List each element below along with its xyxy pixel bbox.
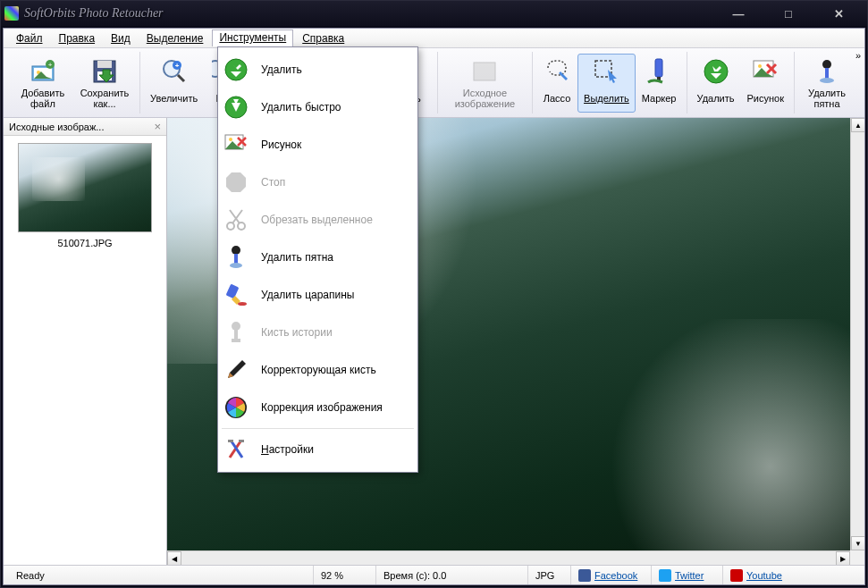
svg-rect-43	[228, 440, 233, 442]
scroll-track[interactable]	[851, 132, 864, 536]
thumbnail-image	[18, 143, 152, 232]
svg-point-37	[232, 322, 240, 331]
remove-fast-icon	[222, 93, 250, 122]
remove-icon	[702, 57, 730, 86]
picture-icon	[222, 130, 250, 159]
menu-selection[interactable]: Выделение	[139, 30, 211, 46]
youtube-link[interactable]: Youtube	[722, 566, 799, 584]
svg-line-42	[232, 441, 242, 458]
add-file-icon: +	[29, 57, 57, 86]
svg-point-19	[758, 64, 762, 68]
remove-label: Удалить	[697, 88, 735, 109]
facebook-link[interactable]: Facebook	[570, 566, 651, 584]
add-file-label: Добавить файл	[19, 88, 67, 109]
remove-button[interactable]: Удалить	[691, 54, 741, 113]
picture-icon	[751, 57, 780, 86]
healing-brush-icon	[222, 356, 250, 384]
zoom-label: Увеличить	[150, 88, 198, 109]
svg-point-32	[232, 246, 240, 255]
toolbar-overflow-icon[interactable]: »	[855, 50, 861, 61]
dropdown-healing-brush[interactable]: Корректорующая кисть	[218, 351, 417, 389]
sidebar-tab-close-icon[interactable]: ×	[154, 121, 161, 132]
dropdown-history-brush: Кисть истории	[218, 314, 417, 351]
scroll-right-icon[interactable]: ▶	[836, 551, 850, 565]
status-time: Время (с): 0.0	[375, 566, 527, 584]
dropdown-stop: Стоп	[218, 164, 417, 201]
menu-file[interactable]: Файл	[9, 30, 50, 46]
lasso-icon	[543, 57, 571, 86]
menubar: Файл Правка Вид Выделение Инструменты Сп…	[4, 29, 864, 48]
svg-point-20	[822, 60, 831, 69]
svg-text:+: +	[48, 61, 53, 69]
thumbnail-item[interactable]: 510071.JPG	[16, 143, 154, 248]
sidebar: Исходные изображ... × 510071.JPG	[4, 118, 167, 565]
original-label: Исходное изображение	[448, 88, 522, 109]
dropdown-remove-scratches[interactable]: Удалить царапины	[218, 276, 417, 314]
window-title: SoftOrbits Photo Retoucher	[24, 6, 721, 21]
scroll-left-icon[interactable]: ◀	[167, 551, 181, 565]
spots-icon	[222, 243, 250, 272]
menu-view[interactable]: Вид	[104, 30, 138, 46]
remove-icon	[222, 55, 250, 84]
titlebar[interactable]: SoftOrbits Photo Retoucher — □ ✕	[1, 1, 867, 26]
remove-spots-button[interactable]: Удалить пятна	[798, 54, 855, 113]
dropdown-remove-spots[interactable]: Удалить пятна	[218, 239, 417, 276]
minimize-button[interactable]: —	[721, 5, 756, 21]
picture-button[interactable]: Рисунок	[741, 54, 791, 113]
tools-dropdown: Удалить Удалить быстро Рисунок Стоп Обре…	[217, 46, 418, 473]
horizontal-scrollbar[interactable]: ◀ ▶	[167, 550, 850, 565]
picture-label: Рисунок	[747, 88, 785, 109]
sidebar-tab[interactable]: Исходные изображ... ×	[4, 118, 166, 136]
maximize-button[interactable]: □	[771, 5, 806, 21]
menu-edit[interactable]: Правка	[52, 30, 103, 46]
settings-icon	[222, 435, 250, 464]
twitter-icon	[659, 569, 671, 582]
menu-tools[interactable]: Инструменты	[212, 29, 293, 46]
svg-marker-27	[226, 172, 246, 192]
svg-rect-15	[655, 59, 662, 77]
svg-rect-33	[234, 254, 238, 264]
color-wheel-icon	[222, 393, 250, 422]
dropdown-remove[interactable]: Удалить	[218, 51, 417, 88]
dropdown-separator	[222, 428, 414, 429]
svg-rect-6	[97, 61, 112, 68]
status-ready: Ready	[9, 566, 313, 584]
dropdown-crop: Обрезать выделенное	[218, 201, 417, 239]
svg-line-41	[230, 441, 240, 458]
marker-label: Маркер	[642, 88, 677, 109]
svg-rect-21	[825, 68, 829, 79]
scroll-corner	[850, 550, 864, 565]
dropdown-picture[interactable]: Рисунок	[218, 126, 417, 164]
add-file-button[interactable]: + Добавить файл	[13, 54, 73, 113]
facebook-icon	[578, 569, 591, 582]
vertical-scrollbar[interactable]: ▲ ▼	[850, 118, 864, 550]
sidebar-body: 510071.JPG	[4, 136, 166, 565]
original-button: Исходное изображение	[442, 54, 528, 113]
select-button[interactable]: Выделить	[577, 54, 636, 113]
zoom-button[interactable]: + Увеличить	[144, 54, 204, 113]
status-format: JPG	[527, 566, 570, 584]
dropdown-remove-fast[interactable]: Удалить быстро	[218, 88, 417, 126]
twitter-link[interactable]: Twitter	[651, 566, 722, 584]
scroll-up-icon[interactable]: ▲	[851, 118, 864, 132]
marker-button[interactable]: Маркер	[636, 54, 683, 113]
svg-rect-39	[232, 339, 240, 342]
save-as-button[interactable]: Сохранить как...	[73, 54, 136, 113]
youtube-icon	[730, 569, 743, 582]
close-button[interactable]: ✕	[821, 5, 856, 21]
history-brush-icon	[222, 318, 250, 347]
remove-spots-icon	[813, 57, 841, 86]
scroll-track[interactable]	[181, 551, 836, 565]
svg-rect-13	[474, 63, 495, 80]
window-controls: — □ ✕	[721, 5, 856, 21]
dropdown-image-correction[interactable]: Коррекция изображения	[218, 389, 417, 426]
lasso-button[interactable]: Лассо	[536, 54, 577, 113]
remove-spots-label: Удалить пятна	[805, 88, 849, 109]
svg-line-11	[178, 75, 184, 81]
dropdown-settings[interactable]: ННастройкиастройки	[218, 431, 417, 468]
scroll-down-icon[interactable]: ▼	[851, 536, 864, 550]
menu-help[interactable]: Справка	[295, 30, 351, 46]
marker-icon	[645, 57, 673, 86]
svg-point-26	[229, 138, 232, 141]
original-icon	[470, 57, 499, 86]
